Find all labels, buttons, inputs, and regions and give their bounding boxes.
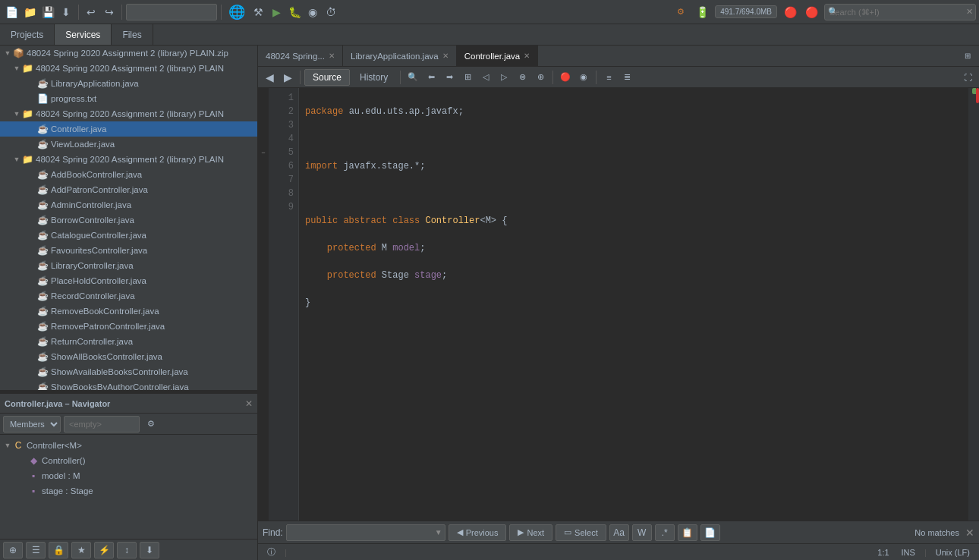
editor-tab-controller[interactable]: Controller.java ✕ [457, 46, 539, 66]
sh-icon-5[interactable]: ◁ [477, 69, 494, 86]
run-icon[interactable]: ▶ [268, 4, 285, 20]
tab-files[interactable]: Files [112, 24, 153, 45]
regex-btn[interactable]: .* [655, 524, 675, 541]
previous-button[interactable]: ◀ Previous [449, 524, 507, 541]
build-icon[interactable]: ⚒ [250, 4, 266, 20]
match-case-btn[interactable]: Aa [609, 524, 629, 541]
nav-action-btn-2[interactable]: ☰ [26, 542, 46, 558]
new-file-icon[interactable]: 📄 [3, 4, 20, 20]
find-dropdown-icon[interactable]: ▼ [435, 528, 442, 536]
list-item[interactable]: ▷ ☕ BorrowController.java [0, 212, 257, 228]
list-item[interactable]: ▷ ▪ model : M [0, 468, 257, 483]
list-item[interactable]: ▷ ☕ RemoveBookController.java [0, 304, 257, 319]
sh-icon-7[interactable]: ⊗ [514, 69, 530, 86]
editor-split-button[interactable]: ⊞ [959, 46, 979, 66]
code-content[interactable]: package au.edu.uts.ap.javafx; import jav… [299, 88, 968, 521]
previous-label: Previous [466, 528, 499, 537]
sh-icon-9[interactable]: 🔴 [557, 69, 574, 86]
nav-action-btn-3[interactable]: 🔒 [49, 542, 68, 558]
nav-action-btn-5[interactable]: ⚡ [94, 542, 114, 558]
sh-icon-12[interactable]: ≣ [619, 69, 635, 86]
list-item[interactable]: ▷ ☕ FavouritesController.java [0, 243, 257, 258]
redo-icon[interactable]: ↪ [101, 4, 118, 20]
history-tab[interactable]: History [351, 69, 396, 86]
sh-icon-1[interactable]: 🔍 [405, 69, 421, 86]
sh-icon-2[interactable]: ⬅ [423, 69, 439, 86]
list-item[interactable]: ▷ ☕ Controller.java [0, 121, 257, 137]
list-item[interactable]: ▷ ☕ ReturnController.java [0, 334, 257, 349]
editor-tab-library[interactable]: LibraryApplication.java ✕ [343, 46, 457, 66]
search-input[interactable] [824, 4, 976, 20]
fold-marker-5[interactable]: − [258, 146, 269, 159]
file-tree[interactable]: ▼ 📦 48024 Spring 2020 Assignment 2 (libr… [0, 46, 257, 390]
sh-icon-3[interactable]: ➡ [441, 69, 458, 86]
list-item[interactable]: ▼ C Controller<M> [0, 438, 257, 453]
navigator-close-button[interactable]: ✕ [245, 398, 253, 409]
list-item[interactable]: ▷ ☕ RecordController.java [0, 288, 257, 304]
sh-icon-8[interactable]: ⊕ [532, 69, 549, 86]
undo-icon[interactable]: ↩ [83, 4, 99, 20]
status-right: 1:1 INS | Unix (LF) [874, 548, 973, 557]
tab-close-icon[interactable]: ✕ [329, 52, 335, 60]
list-item[interactable]: ▷ ☕ LibraryApplication.java [0, 76, 257, 91]
open-icon[interactable]: 📁 [21, 4, 38, 20]
list-item[interactable]: ▷ ☕ AddPatronController.java [0, 182, 257, 197]
save-icon[interactable]: ⬇ [58, 4, 74, 20]
list-item[interactable]: ▷ ☕ PlaceHoldController.java [0, 273, 257, 288]
list-item[interactable]: ▷ ☕ AddBookController.java [0, 167, 257, 182]
list-item[interactable]: ▼ 📁 48024 Spring 2020 Assignment 2 (libr… [0, 61, 257, 76]
record-icon[interactable]: 🔴 [803, 4, 820, 20]
expand-all-icon[interactable]: ⛶ [959, 69, 976, 86]
tab-close-icon[interactable]: ✕ [442, 52, 449, 60]
nav-action-btn-7[interactable]: ⬇ [140, 542, 159, 558]
members-dropdown[interactable]: Members [3, 416, 61, 433]
select-button[interactable]: ▭ Select [556, 524, 606, 541]
list-item[interactable]: ▷ ☕ ShowAvailableBooksController.java [0, 364, 257, 379]
editor-tab-spring[interactable]: 48024 Spring... ✕ [258, 46, 343, 66]
nav-action-btn-4[interactable]: ★ [71, 542, 91, 558]
coverage-icon[interactable]: ◉ [304, 4, 321, 20]
find-input[interactable] [286, 524, 445, 541]
list-item[interactable]: ▷ ◆ Controller() [0, 453, 257, 468]
nav-action-btn-6[interactable]: ↕ [117, 542, 137, 558]
navigator-settings-icon[interactable]: ⚙ [143, 416, 159, 433]
find-close-button[interactable]: ✕ [965, 527, 974, 539]
power-icon[interactable]: 🔴 [782, 4, 798, 20]
navigator-filter-input[interactable] [64, 416, 140, 433]
list-item[interactable]: ▷ ☕ ShowAllBooksController.java [0, 349, 257, 364]
tab-projects[interactable]: Projects [0, 24, 55, 45]
list-item[interactable]: ▷ ▪ stage : Stage [0, 483, 257, 499]
memory-indicator[interactable]: 🔋 [694, 4, 710, 20]
list-item[interactable]: ▼ 📁 48024 Spring 2020 Assignment 2 (libr… [0, 106, 257, 121]
sh-icon-4[interactable]: ⊞ [459, 69, 476, 86]
copy-btn[interactable]: 📄 [700, 524, 720, 541]
list-item[interactable]: ▼ 📁 48024 Spring 2020 Assignment 2 (libr… [0, 152, 257, 167]
list-item[interactable]: ▷ ☕ RemovePatronController.java [0, 319, 257, 334]
list-item[interactable]: ▷ ☕ ViewLoader.java [0, 137, 257, 152]
sh-icon-10[interactable]: ◉ [575, 69, 592, 86]
navigator-tree[interactable]: ▼ C Controller<M> ▷ ◆ Controller() ▷ ▪ m… [0, 435, 257, 539]
tab-close-icon[interactable]: ✕ [524, 52, 530, 60]
sh-icon-11[interactable]: ≡ [600, 69, 617, 86]
back-nav-icon[interactable]: ◀ [261, 69, 278, 86]
save-recent-icon[interactable]: 💾 [39, 4, 56, 20]
tab-services[interactable]: Services [55, 24, 112, 45]
list-item[interactable]: ▷ ☕ LibraryController.java [0, 258, 257, 273]
nav-action-btn-1[interactable]: ⊕ [3, 542, 23, 558]
list-item[interactable]: ▷ ☕ AdminController.java [0, 197, 257, 212]
list-item[interactable]: ▼ 📦 48024 Spring 2020 Assignment 2 (libr… [0, 46, 257, 61]
source-tab[interactable]: Source [304, 69, 350, 86]
profile-icon[interactable]: ⏱ [323, 4, 339, 20]
list-item[interactable]: ▷ ☕ ShowBooksByAuthorController.java [0, 379, 257, 390]
split-icon[interactable]: ⊞ [959, 48, 976, 64]
list-item[interactable]: ▷ 📄 progress.txt [0, 91, 257, 106]
forward-nav-icon[interactable]: ▶ [279, 69, 296, 86]
next-button[interactable]: ▶ Next [509, 524, 552, 541]
sh-icon-6[interactable]: ▷ [496, 69, 512, 86]
debug-icon[interactable]: 🐛 [286, 4, 303, 20]
whole-word-btn[interactable]: W [632, 524, 652, 541]
file-mask-btn[interactable]: 📋 [678, 524, 697, 541]
list-item[interactable]: ▷ ☕ CatalogueController.java [0, 228, 257, 243]
search-clear-icon[interactable]: ✕ [966, 7, 973, 17]
path-input[interactable] [126, 4, 217, 20]
